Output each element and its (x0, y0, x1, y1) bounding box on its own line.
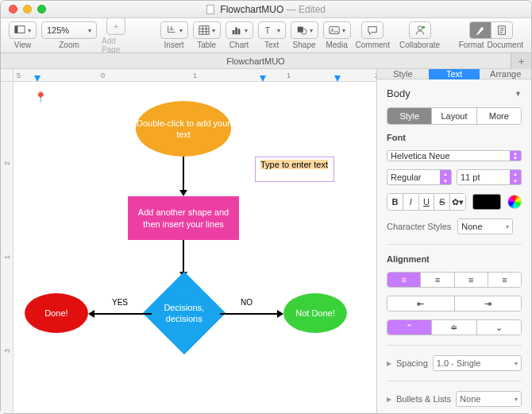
underline-button[interactable]: U (418, 194, 434, 210)
font-family-dropdown[interactable]: Helvetica Neue ▲▼ (387, 150, 522, 161)
canvas-area[interactable]: 5 0 1 1 2 2 1 3 📍 Double-click to add yo… (1, 69, 376, 413)
svg-text:+: + (422, 25, 425, 29)
collaborate-button[interactable]: + (409, 21, 431, 39)
strike-button[interactable]: S (434, 194, 449, 210)
view-icon (14, 25, 25, 36)
svg-rect-4 (235, 28, 237, 35)
chevron-right-icon: ▶ (387, 396, 391, 403)
text-gear-button[interactable]: ✿▾ (449, 194, 465, 210)
add-tab-button[interactable]: + (511, 53, 531, 69)
arrow-yes[interactable] (88, 310, 152, 318)
alignment-section-label: Alignment (387, 254, 522, 264)
inspector-tab-style[interactable]: Style (377, 69, 429, 79)
edge-label-yes: YES (112, 298, 128, 307)
window-title: FlowchartMUO — Edited (1, 4, 531, 15)
italic-button[interactable]: I (403, 194, 418, 210)
document-icon (206, 5, 214, 14)
align-center-button[interactable]: ≡ (420, 273, 453, 287)
chart-button[interactable]: ▾ (226, 21, 253, 39)
toolbar: ▾ View 125% ▾ Zoom + Add Page ▾ Insert ▾ (1, 18, 531, 53)
spacing-disclosure[interactable]: ▶ Spacing 1.0 - Single ▾ (387, 355, 522, 371)
titlebar: FlowchartMUO — Edited (1, 1, 531, 18)
arrow[interactable] (179, 157, 187, 196)
document-button[interactable] (491, 21, 513, 39)
flowchart-decision-shape[interactable]: Decisions, decisions (143, 272, 226, 355)
zoom-value: 125% (47, 25, 69, 35)
spacing-dropdown[interactable]: 1.0 - Single ▾ (433, 355, 522, 371)
valign-top-button[interactable]: ⌃ (387, 320, 431, 335)
character-styles-label: Character Styles (387, 222, 451, 231)
svg-rect-2 (199, 26, 208, 35)
flowchart-start-shape[interactable]: Double-click to add your text (136, 101, 231, 157)
insert-icon (166, 25, 177, 36)
document-tabbar: FlowchartMUO + (1, 53, 531, 69)
ruler-marker[interactable] (34, 75, 40, 82)
canvas[interactable]: Double-click to add your text Add anothe… (17, 85, 376, 413)
bullets-disclosure[interactable]: ▶ Bullets & Lists None ▾ (387, 391, 522, 407)
horizontal-alignment: ≡ ≡ ≡ ≡ (387, 272, 522, 288)
subtab-more[interactable]: More (476, 108, 521, 124)
media-button[interactable]: ▾ (323, 21, 351, 39)
svg-marker-16 (179, 190, 187, 196)
edge-label-no: NO (241, 298, 253, 307)
add-page-button[interactable]: + (106, 17, 125, 35)
flowchart-done-shape[interactable]: Done! (25, 293, 88, 333)
comment-button[interactable] (361, 21, 384, 39)
svg-rect-1 (15, 26, 18, 33)
media-icon (329, 25, 340, 36)
text-subtabs: Style Layout More (387, 107, 522, 125)
chevron-right-icon: ▶ (387, 360, 391, 367)
align-left-button[interactable]: ≡ (387, 273, 420, 287)
format-button[interactable] (469, 21, 492, 39)
collaborate-icon: + (414, 25, 426, 36)
text-icon: T (264, 25, 275, 36)
font-style-dropdown[interactable]: Regular ▲▼ (387, 169, 452, 185)
text-box[interactable]: Type to enter text (255, 157, 334, 182)
valign-bottom-button[interactable]: ⌄ (476, 320, 521, 335)
text-button[interactable]: T▾ (258, 21, 286, 39)
subtab-style[interactable]: Style (387, 108, 431, 124)
view-button[interactable]: ▾ (9, 21, 37, 39)
vertical-alignment: ⌃ ≑ ⌄ (387, 319, 522, 335)
ruler-marker[interactable] (334, 75, 341, 82)
svg-rect-3 (232, 30, 234, 34)
font-section-label: Font (387, 133, 522, 142)
add-page-label: Add Page (102, 37, 131, 54)
vertical-ruler[interactable]: 2 1 3 (1, 82, 13, 413)
outdent-button[interactable]: ⇤ (387, 296, 454, 311)
valign-middle-button[interactable]: ≑ (431, 320, 476, 335)
paragraph-style-dropdown[interactable]: Body ▼ (387, 87, 522, 99)
zoom-dropdown[interactable]: 125% ▾ (41, 21, 97, 39)
insert-button[interactable]: ▾ (160, 21, 188, 39)
document-tab[interactable]: FlowchartMUO (1, 56, 511, 66)
subtab-layout[interactable]: Layout (431, 108, 476, 124)
ruler-marker[interactable] (260, 75, 266, 82)
inspector-tab-arrange[interactable]: Arrange (480, 69, 531, 79)
inspector-tab-text[interactable]: Text (429, 69, 480, 79)
document-icon (496, 25, 507, 36)
shape-button[interactable]: ▾ (291, 21, 318, 39)
chevron-down-icon: ▼ (515, 90, 522, 98)
character-styles-dropdown[interactable]: None ▾ (457, 219, 513, 234)
align-justify-button[interactable]: ≡ (488, 273, 521, 287)
indent-controls: ⇤ ⇥ (387, 296, 522, 311)
flowchart-notdone-shape[interactable]: Not Done! (283, 293, 347, 333)
ruler-corner (1, 69, 13, 82)
view-label: View (14, 41, 32, 49)
align-right-button[interactable]: ≡ (454, 273, 488, 287)
svg-rect-5 (237, 29, 240, 34)
flowchart-process-shape[interactable]: Add another shape and then insert your l… (128, 196, 239, 240)
font-size-field[interactable]: 11 pt ▲▼ (457, 169, 522, 185)
arrow-no[interactable] (220, 310, 283, 318)
horizontal-ruler[interactable]: 5 0 1 1 2 (13, 69, 376, 82)
zoom-label: Zoom (59, 41, 79, 49)
format-icon (475, 25, 486, 36)
svg-marker-22 (277, 310, 283, 318)
table-button[interactable]: ▾ (193, 21, 221, 39)
indent-button[interactable]: ⇥ (454, 296, 522, 311)
text-color-swatch[interactable] (472, 194, 501, 210)
color-wheel-button[interactable] (507, 195, 522, 209)
bold-button[interactable]: B (387, 194, 403, 210)
bullets-dropdown[interactable]: None ▾ (456, 391, 522, 407)
svg-marker-20 (88, 310, 94, 318)
